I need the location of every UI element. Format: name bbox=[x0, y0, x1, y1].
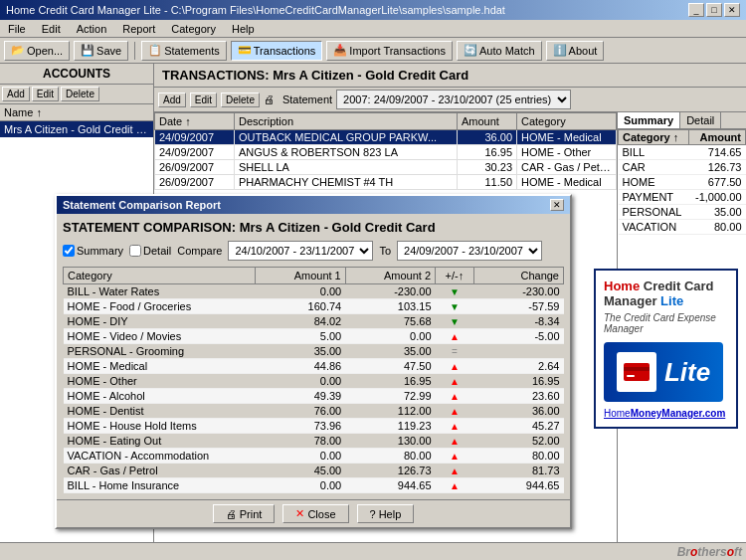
summary-row[interactable]: CAR 126.73 bbox=[619, 160, 746, 175]
statement-select[interactable]: 2007: 24/09/2007 - 23/10/2007 (25 entrie… bbox=[336, 90, 571, 109]
dcell-amount2: 126.73 bbox=[345, 464, 435, 478]
dcell-category: BILL - Water Rates bbox=[64, 284, 256, 299]
table-row[interactable]: 24/09/2007 ANGUS & ROBERTSON 823 LA 16.9… bbox=[155, 145, 617, 160]
menu-edit[interactable]: Edit bbox=[38, 22, 65, 36]
edit-account-button[interactable]: Edit bbox=[32, 87, 59, 101]
svg-rect-2 bbox=[627, 375, 635, 377]
dcell-dir: ▲ bbox=[436, 389, 474, 404]
comparison-row[interactable]: HOME - Dentist 76.00 112.00 ▲ 36.00 bbox=[64, 404, 564, 419]
comparison-row[interactable]: HOME - Other 0.00 16.95 ▲ 16.95 bbox=[64, 374, 564, 389]
dcol-category[interactable]: Category bbox=[64, 268, 256, 284]
close-button[interactable]: ✕ bbox=[724, 3, 740, 17]
statements-button[interactable]: 📋 Statements bbox=[141, 41, 227, 61]
cell-date: 26/09/2007 bbox=[155, 160, 235, 175]
comparison-row[interactable]: HOME - DIY 84.02 75.68 ▼ -8.34 bbox=[64, 314, 564, 329]
tab-summary[interactable]: Summary bbox=[618, 112, 680, 128]
dcell-amount2: 103.15 bbox=[345, 299, 435, 314]
summary-row[interactable]: HOME 677.50 bbox=[619, 175, 746, 190]
col-amount[interactable]: Amount bbox=[458, 113, 517, 130]
about-button[interactable]: ℹ️ About bbox=[546, 41, 605, 61]
col-date[interactable]: Date ↑ bbox=[155, 113, 235, 130]
menu-report[interactable]: Report bbox=[118, 22, 159, 36]
promo-box: Home Credit Card Manager Lite The Credit… bbox=[594, 269, 738, 429]
dialog-footer: 🖨 Print ✕ Close ? Help bbox=[57, 499, 570, 527]
dcol-amount1[interactable]: Amount 1 bbox=[256, 268, 345, 284]
cell-amount: 30.23 bbox=[458, 160, 517, 175]
add-transaction-button[interactable]: Add bbox=[158, 93, 186, 107]
dcol-change[interactable]: Change bbox=[473, 268, 563, 284]
comparison-row[interactable]: PERSONAL - Grooming 35.00 35.00 = bbox=[64, 344, 564, 359]
close-button[interactable]: ✕ Close bbox=[282, 504, 348, 523]
to-select[interactable]: 24/09/2007 - 23/10/2007 bbox=[397, 241, 542, 261]
transactions-icon: 💳 bbox=[238, 44, 252, 57]
dialog-close-button[interactable]: ✕ bbox=[550, 199, 564, 211]
dcell-dir: ▲ bbox=[436, 419, 474, 434]
add-account-button[interactable]: Add bbox=[2, 87, 30, 101]
account-item[interactable]: Mrs A Citizen - Gold Credit Card bbox=[0, 121, 153, 137]
save-button[interactable]: 💾 Save bbox=[74, 41, 128, 61]
summary-checkbox[interactable] bbox=[63, 245, 75, 257]
detail-checkbox[interactable] bbox=[129, 245, 141, 257]
menu-action[interactable]: Action bbox=[73, 22, 111, 36]
edit-transaction-button[interactable]: Edit bbox=[190, 93, 217, 107]
promo-url-text: Home bbox=[604, 408, 631, 419]
comparison-row[interactable]: CAR - Gas / Petrol 45.00 126.73 ▲ 81.73 bbox=[64, 464, 564, 478]
dcell-category: CAR - Gas / Petrol bbox=[64, 464, 256, 478]
dcol-dir[interactable]: +/-↑ bbox=[436, 268, 474, 284]
promo-url[interactable]: HomeMoneyManager.com bbox=[604, 408, 728, 419]
arrow-up-icon: ▲ bbox=[450, 466, 460, 476]
summary-row[interactable]: PAYMENT -1,000.00 bbox=[619, 190, 746, 205]
comparison-row[interactable]: HOME - Video / Movies 5.00 0.00 ▲ -5.00 bbox=[64, 329, 564, 344]
dcell-amount2: 16.95 bbox=[345, 374, 435, 389]
menu-help[interactable]: Help bbox=[228, 22, 259, 36]
dcol-amount2[interactable]: Amount 2 bbox=[345, 268, 435, 284]
delete-account-button[interactable]: Delete bbox=[61, 87, 99, 101]
compare-select[interactable]: 24/10/2007 - 23/11/2007 bbox=[228, 241, 373, 261]
table-row[interactable]: 26/09/2007 SHELL LA 30.23 CAR - Gas / Pe… bbox=[155, 160, 617, 175]
comparison-row[interactable]: HOME - House Hold Items 73.96 119.23 ▲ 4… bbox=[64, 419, 564, 434]
dcell-amount2: 75.68 bbox=[345, 314, 435, 329]
menu-category[interactable]: Category bbox=[167, 22, 220, 36]
summary-amount: 126.73 bbox=[689, 160, 746, 175]
menu-file[interactable]: File bbox=[4, 22, 30, 36]
comparison-row[interactable]: BILL - Water Rates 0.00 -230.00 ▼ -230.0… bbox=[64, 284, 564, 299]
maximize-button[interactable]: □ bbox=[706, 3, 722, 17]
comparison-row[interactable]: HOME - Food / Groceries 160.74 103.15 ▼ … bbox=[64, 299, 564, 314]
accounts-header: ACCOUNTS bbox=[0, 64, 153, 85]
comparison-row[interactable]: VACATION - Accommodation 0.00 80.00 ▲ 80… bbox=[64, 449, 564, 464]
comparison-row[interactable]: HOME - Medical 44.86 47.50 ▲ 2.64 bbox=[64, 359, 564, 374]
tab-detail[interactable]: Detail bbox=[680, 112, 721, 128]
automatch-button[interactable]: 🔄 Auto Match bbox=[457, 41, 542, 61]
dcell-dir: ▼ bbox=[436, 314, 474, 329]
import-button[interactable]: 📥 Import Transactions bbox=[326, 41, 453, 61]
help-button[interactable]: ? Help bbox=[357, 504, 415, 523]
summary-row[interactable]: VACATION 80.00 bbox=[619, 220, 746, 235]
dcell-amount2: 944.65 bbox=[345, 478, 435, 493]
table-row[interactable]: 24/09/2007 OUTBACK MEDICAL GROUP PARKW..… bbox=[155, 130, 617, 145]
summary-row[interactable]: PERSONAL 35.00 bbox=[619, 205, 746, 220]
comparison-row[interactable]: HOME - Alcohol 49.39 72.99 ▲ 23.60 bbox=[64, 389, 564, 404]
promo-logo: Lite bbox=[604, 342, 723, 402]
dcell-dir: ▲ bbox=[436, 329, 474, 344]
comparison-row[interactable]: BILL - Home Insurance 0.00 944.65 ▲ 944.… bbox=[64, 478, 564, 493]
table-row[interactable]: 26/09/2007 PHARMACHY CHEMIST #4 TH 11.50… bbox=[155, 175, 617, 190]
promo-subtitle: The Credit Card Expense Manager bbox=[604, 312, 728, 334]
minimize-button[interactable]: _ bbox=[688, 3, 704, 17]
detail-checkbox-label: Detail bbox=[129, 245, 171, 257]
dcell-amount2: 130.00 bbox=[345, 434, 435, 449]
open-button[interactable]: 📂 Open... bbox=[4, 41, 70, 61]
delete-transaction-button[interactable]: Delete bbox=[221, 93, 260, 107]
col-desc[interactable]: Description bbox=[235, 113, 458, 130]
dcell-amount2: 35.00 bbox=[345, 344, 435, 359]
help-icon: ? bbox=[370, 508, 376, 520]
summary-col-amount[interactable]: Amount bbox=[689, 130, 746, 145]
transactions-button[interactable]: 💳 Transactions bbox=[231, 41, 323, 61]
dcell-dir: ▲ bbox=[436, 359, 474, 374]
col-category[interactable]: Category bbox=[517, 113, 617, 130]
summary-row[interactable]: BILL 714.65 bbox=[619, 145, 746, 160]
summary-col-category[interactable]: Category ↑ bbox=[619, 130, 689, 145]
dcell-change: 2.64 bbox=[473, 359, 563, 374]
comparison-row[interactable]: HOME - Eating Out 78.00 130.00 ▲ 52.00 bbox=[64, 434, 564, 449]
print-button[interactable]: 🖨 Print bbox=[213, 504, 276, 523]
open-icon: 📂 bbox=[11, 44, 25, 57]
